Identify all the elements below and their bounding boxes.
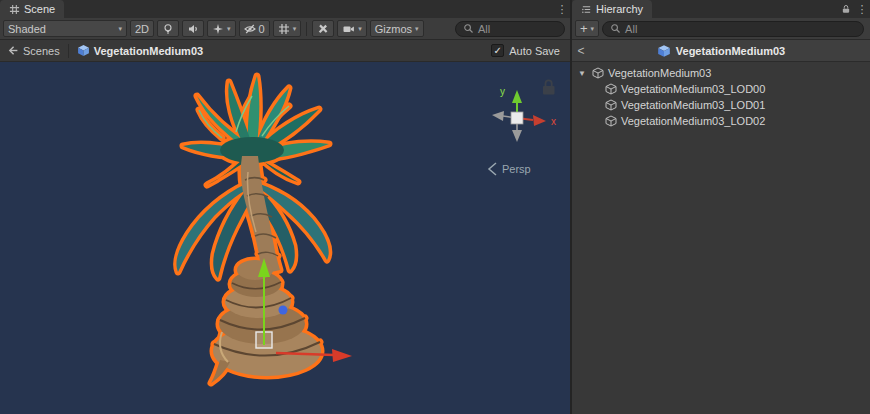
hierarchy-panel: Hierarchy ⋮ + ▾ All < VegetationMedium03 bbox=[572, 0, 870, 414]
scene-viewport[interactable]: y x Persp bbox=[0, 62, 570, 414]
persp-label: Persp bbox=[502, 163, 531, 175]
scene-menu-button[interactable]: ⋮ bbox=[554, 0, 570, 18]
prefab-mode-header[interactable]: < VegetationMedium03 bbox=[572, 40, 870, 62]
persp-chevron-icon bbox=[489, 163, 496, 175]
back-arrow-icon bbox=[6, 44, 19, 57]
hierarchy-row[interactable]: VegetationMedium03_LOD00 bbox=[572, 81, 870, 97]
shading-mode-dropdown[interactable]: Shaded ▾ bbox=[3, 20, 127, 37]
hierarchy-search-value: All bbox=[625, 23, 637, 35]
chevron-down-icon: ▾ bbox=[358, 25, 362, 32]
hierarchy-search-input[interactable]: All bbox=[602, 21, 864, 37]
scene-audio-toggle[interactable] bbox=[182, 20, 204, 37]
gameobject-cube-icon bbox=[605, 83, 617, 95]
gizmo-z-handle[interactable] bbox=[279, 306, 288, 315]
hierarchy-item-label: VegetationMedium03_LOD02 bbox=[621, 115, 765, 127]
scene-tab-label: Scene bbox=[24, 3, 55, 15]
scene-lighting-toggle[interactable] bbox=[157, 20, 179, 37]
axis-x-label: x bbox=[551, 116, 556, 127]
search-icon bbox=[610, 23, 621, 34]
shading-mode-label: Shaded bbox=[8, 23, 46, 35]
effects-dropdown[interactable]: ▾ bbox=[207, 20, 236, 37]
plus-icon: + bbox=[580, 22, 588, 35]
hierarchy-lock-button[interactable] bbox=[838, 0, 854, 18]
scene-tabstrip: Scene ⋮ bbox=[0, 0, 570, 18]
auto-save-label: Auto Save bbox=[509, 45, 560, 57]
axis-center-cube[interactable] bbox=[511, 112, 523, 124]
lock-icon bbox=[841, 4, 851, 14]
gizmos-dropdown[interactable]: Gizmos ▾ bbox=[370, 20, 424, 37]
axis-negy-handle[interactable] bbox=[512, 130, 522, 142]
gameobject-cube-icon bbox=[605, 99, 617, 111]
lightbulb-icon bbox=[162, 23, 174, 35]
hierarchy-tab-label: Hierarchy bbox=[596, 3, 643, 15]
grid-icon bbox=[278, 23, 290, 35]
hidden-count: 0 bbox=[259, 23, 265, 35]
gameobject-cube-icon bbox=[605, 115, 617, 127]
axis-x-handle[interactable] bbox=[533, 115, 546, 126]
gizmos-label: Gizmos bbox=[375, 23, 412, 35]
grid-visibility-dropdown[interactable]: ▾ bbox=[273, 20, 302, 37]
scene-search-input[interactable]: All bbox=[455, 21, 565, 37]
prefab-breadcrumb-bar: Scenes VegetationMedium03 ✓ Auto Save bbox=[0, 40, 570, 62]
scene-search-value: All bbox=[478, 23, 490, 35]
sparkle-icon bbox=[212, 23, 224, 35]
persp-toggle[interactable]: Persp bbox=[489, 163, 531, 175]
hidden-objects-toggle[interactable]: 0 bbox=[239, 20, 270, 37]
tools-icon bbox=[317, 23, 329, 35]
chevron-down-icon: ▾ bbox=[227, 25, 231, 32]
separator bbox=[68, 44, 69, 58]
scene-toolbar: Shaded ▾ 2D ▾ 0 ▾ bbox=[0, 18, 570, 40]
breadcrumb-scenes[interactable]: Scenes bbox=[6, 44, 60, 57]
hierarchy-tabstrip: Hierarchy ⋮ bbox=[572, 0, 870, 18]
prefab-back-button[interactable]: < bbox=[572, 40, 590, 61]
hierarchy-icon bbox=[581, 4, 592, 15]
editor-tools-button[interactable] bbox=[312, 20, 334, 37]
eye-off-icon bbox=[244, 23, 256, 35]
hierarchy-row[interactable]: VegetationMedium03_LOD01 bbox=[572, 97, 870, 113]
auto-save-checkbox[interactable]: ✓ bbox=[491, 44, 504, 57]
prefab-header-title: VegetationMedium03 bbox=[676, 45, 785, 57]
search-icon bbox=[463, 23, 474, 34]
scenes-label: Scenes bbox=[23, 45, 60, 57]
hierarchy-toolbar: + ▾ All bbox=[572, 18, 870, 40]
camera-icon bbox=[342, 23, 355, 35]
separator bbox=[306, 22, 307, 36]
prefab-cube-icon bbox=[77, 44, 90, 57]
chevron-down-icon: ▾ bbox=[118, 25, 122, 32]
gizmo-x-arrowhead[interactable] bbox=[332, 349, 352, 362]
chevron-down-icon: ▾ bbox=[591, 25, 595, 32]
axis-y-handle[interactable] bbox=[512, 90, 522, 103]
hierarchy-row[interactable]: VegetationMedium03_LOD02 bbox=[572, 113, 870, 129]
hierarchy-row[interactable]: ▼ VegetationMedium03 bbox=[572, 65, 870, 81]
hierarchy-item-label: VegetationMedium03_LOD01 bbox=[621, 99, 765, 111]
prefab-cube-icon bbox=[657, 44, 671, 58]
hierarchy-menu-button[interactable]: ⋮ bbox=[854, 0, 870, 18]
axis-negx-handle[interactable] bbox=[492, 111, 504, 121]
foldout-icon[interactable]: ▼ bbox=[576, 69, 588, 78]
prefab-name: VegetationMedium03 bbox=[94, 45, 203, 57]
scene-grid-icon bbox=[9, 4, 20, 15]
axis-y-label: y bbox=[500, 86, 505, 97]
unity-editor-window: Scene ⋮ Shaded ▾ 2D ▾ bbox=[0, 0, 870, 414]
tab-scene[interactable]: Scene bbox=[0, 0, 64, 18]
chevron-down-icon: ▾ bbox=[293, 25, 297, 32]
camera-settings-dropdown[interactable]: ▾ bbox=[337, 20, 367, 37]
breadcrumb-prefab[interactable]: VegetationMedium03 bbox=[77, 44, 203, 57]
hierarchy-item-label: VegetationMedium03_LOD00 bbox=[621, 83, 765, 95]
hierarchy-tree: ▼ VegetationMedium03 VegetationMedium03_… bbox=[572, 62, 870, 129]
auto-save-control: ✓ Auto Save bbox=[491, 44, 564, 57]
viewport-lock-icon[interactable] bbox=[543, 80, 555, 94]
add-object-button[interactable]: + ▾ bbox=[575, 20, 599, 37]
hierarchy-item-label: VegetationMedium03 bbox=[608, 67, 711, 79]
gameobject-cube-icon bbox=[592, 67, 604, 79]
2d-label: 2D bbox=[135, 23, 149, 35]
speaker-icon bbox=[187, 23, 199, 35]
scene-panel: Scene ⋮ Shaded ▾ 2D ▾ bbox=[0, 0, 570, 414]
tab-hierarchy[interactable]: Hierarchy bbox=[572, 0, 652, 18]
chevron-down-icon: ▾ bbox=[415, 25, 419, 32]
2d-toggle-button[interactable]: 2D bbox=[130, 20, 154, 37]
